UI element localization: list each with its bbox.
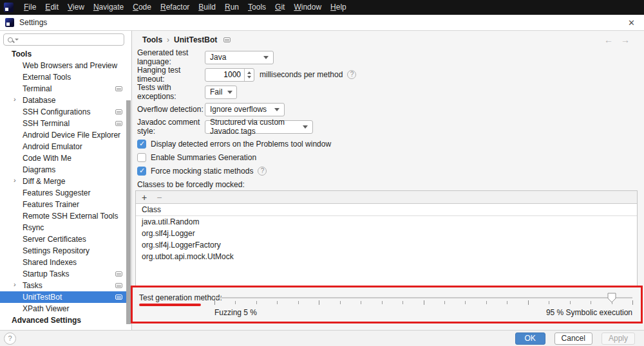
timeout-input[interactable] [205,69,244,81]
sidebar-item-xpath-viewer[interactable]: XPath Viewer [0,303,131,314]
timeout-suffix: milliseconds per method [260,70,343,79]
menu-build[interactable]: Build [194,0,220,15]
mock-classes-table: + − Class java.util.Randomorg.slf4j.Logg… [135,190,638,287]
chevron-down-icon [227,91,232,94]
menu-file[interactable]: File [19,0,41,15]
menu-edit[interactable]: Edit [41,0,63,15]
enable-summaries-checkbox[interactable] [137,153,146,162]
checkbox-label: Force mocking static methods [151,167,253,176]
tests-with-exceptions-select[interactable]: Fail [205,86,237,99]
table-row[interactable]: java.util.Random [136,216,637,228]
column-header-class[interactable]: Class [136,204,637,216]
search-box[interactable] [3,33,124,46]
breadcrumb-tools[interactable]: Tools [142,35,162,44]
sidebar-item-ssh-terminal[interactable]: SSH Terminal [0,118,131,129]
ok-button[interactable]: OK [515,332,545,345]
help-icon[interactable]: ? [347,70,356,79]
chevron-right-icon[interactable]: › [14,95,16,103]
chevron-right-icon[interactable]: › [14,280,16,288]
display-errors-checkbox[interactable]: ✓ [137,140,146,149]
mock-table-label: Classes to be forcedly mocked: [137,178,245,191]
menu-run[interactable]: Run [220,0,243,15]
sidebar-item-features-trainer[interactable]: Features Trainer [0,199,131,210]
javadoc-comment-style-select[interactable]: Structured via custom Javadoc tags [205,120,313,134]
dialog-titlebar[interactable]: Settings ✕ [0,15,644,31]
sidebar-item-database[interactable]: ›Database [0,95,131,106]
dialog-title: Settings [19,18,47,27]
sidebar-tree: ToolsWeb Browsers and PreviewExternal To… [0,48,131,326]
sidebar-item-diagrams[interactable]: Diagrams [0,164,131,176]
menu-window[interactable]: Window [289,0,326,15]
sidebar-item-diff-merge[interactable]: ›Diff & Merge [0,176,131,187]
sidebar-item-android-device-file-explorer[interactable]: Android Device File Explorer [0,129,131,141]
sidebar-item-label: Shared Indexes [23,258,77,267]
sidebar-item-shared-indexes[interactable]: Shared Indexes [0,257,131,268]
add-button[interactable]: + [142,193,147,202]
close-icon[interactable]: ✕ [628,18,635,28]
sidebar-item-tools[interactable]: Tools [0,48,131,60]
force-mocking-checkbox[interactable]: ✓ [137,167,146,176]
slider-thumb[interactable] [607,293,616,305]
cancel-button[interactable]: Cancel [554,332,592,345]
combo-value: Fail [210,87,222,96]
test-generation-method-slider[interactable] [214,291,632,309]
generated-test-language-select[interactable]: Java [205,51,274,64]
sidebar-item-settings-repository[interactable]: Settings Repository [0,245,131,257]
history-nav: ← → [604,35,630,45]
table-row[interactable]: org.slf4j.Logger [136,228,637,239]
search-input[interactable] [19,35,124,44]
spinner-buttons[interactable] [244,69,254,81]
menu-tools[interactable]: Tools [243,0,270,15]
back-arrow-icon[interactable]: ← [604,35,613,45]
sidebar-item-code-with-me[interactable]: Code With Me [0,152,131,164]
sidebar-item-rsync[interactable]: Rsync [0,222,131,233]
apply-button[interactable]: Apply [601,332,635,345]
sidebar-scrollbar[interactable] [126,100,131,324]
sidebar-item-advanced-settings[interactable]: Advanced Settings [0,314,131,326]
sidebar-item-server-certificates[interactable]: Server Certificates [0,233,131,245]
menu-git[interactable]: Git [270,0,289,15]
sidebar-item-unittestbot[interactable]: UnitTestBot [0,291,131,303]
sidebar-item-label: Terminal [23,84,52,93]
field-label: Generated test language: [137,48,205,66]
table-row[interactable]: org.slf4j.LoggerFactory [136,239,637,251]
help-icon[interactable]: ? [258,167,267,176]
shared-settings-icon [115,283,122,288]
table-row[interactable]: org.utbot.api.mock.UtMock [136,251,637,262]
force-mocking-row: ✓ Force mocking static methods ? [137,165,267,178]
sidebar-item-remote-ssh-external-tools[interactable]: Remote SSH External Tools [0,210,131,222]
combo-value: Ignore overflows [210,105,267,114]
help-button[interactable]: ? [4,332,16,345]
display-errors-row: ✓ Display detected errors on the Problem… [137,138,331,150]
sidebar-item-tasks[interactable]: ›Tasks [0,280,131,291]
sidebar-item-startup-tasks[interactable]: Startup Tasks [0,268,131,280]
chevron-right-icon[interactable]: › [14,176,16,184]
menu-help[interactable]: Help [326,0,351,15]
settings-main-panel: Tools › UnitTestBot ← → Generated test l… [132,31,644,330]
slider-tick [235,301,236,304]
slider-tick [528,300,529,305]
intellij-logo-icon [4,3,14,12]
sidebar-item-terminal[interactable]: Terminal [0,83,131,95]
sidebar-item-label: Settings Repository [23,246,90,255]
slider-tick [361,301,361,304]
field-label: Overflow detection: [137,105,205,114]
table-toolbar: + − [136,191,637,204]
menu-refactor[interactable]: Refactor [156,0,194,15]
menu-navigate[interactable]: Navigate [89,0,128,15]
menu-view[interactable]: View [63,0,89,15]
sidebar-item-features-suggester[interactable]: Features Suggester [0,187,131,199]
overflow-detection-select[interactable]: Ignore overflows [205,103,285,116]
forward-arrow-icon[interactable]: → [621,35,630,45]
sidebar-item-external-tools[interactable]: External Tools [0,71,131,83]
sidebar-item-ssh-configurations[interactable]: SSH Configurations [0,106,131,118]
spinner-down-icon[interactable] [247,76,251,78]
sidebar-item-android-emulator[interactable]: Android Emulator [0,141,131,152]
menu-code[interactable]: Code [128,0,156,15]
remove-button[interactable]: − [156,193,162,202]
timeout-spinner[interactable] [205,68,254,82]
sidebar-item-web-browsers-and-preview[interactable]: Web Browsers and Preview [0,60,131,71]
slider-track[interactable] [214,297,632,298]
spinner-up-icon[interactable] [247,71,251,74]
slider-tick [298,301,299,304]
